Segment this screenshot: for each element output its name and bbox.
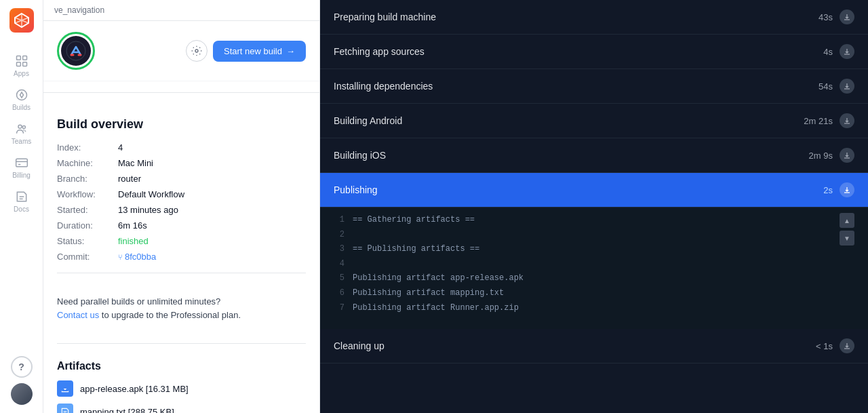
duration-value: 6m 16s [118, 220, 147, 231]
contact-us-link[interactable]: Contact us [57, 310, 99, 320]
step-duration-building-ios: 2m 9s [809, 151, 833, 161]
artifact-txt[interactable]: mapping.txt [288.75 KB] [57, 404, 306, 413]
build-step-installing[interactable]: Installing dependencies 54s [320, 69, 868, 104]
download-icon-preparing[interactable] [840, 9, 854, 24]
build-step-preparing[interactable]: Preparing build machine 43s [320, 0, 868, 35]
build-steps-list: Preparing build machine 43s Fetching app… [320, 0, 868, 208]
log-line-content: == Publishing artifacts == [353, 242, 479, 257]
status-badge: finished [118, 236, 149, 246]
artifact-apk-name: app-release.apk [16.31 MB] [80, 384, 189, 394]
start-new-build-button[interactable]: Start new build → [213, 41, 306, 62]
log-line: 5 Publishing artifact app-release.apk [334, 271, 854, 286]
commit-link[interactable]: ⑂ 8fc0bba [118, 252, 156, 262]
build-overview-title: Build overview [57, 117, 306, 132]
build-step-building-android[interactable]: Building Android 2m 21s [320, 104, 868, 138]
log-line-content: Publishing artifact mapping.txt [353, 286, 504, 301]
build-step-building-ios[interactable]: Building iOS 2m 9s [320, 138, 868, 173]
step-duration-publishing: 2s [823, 185, 833, 195]
log-line: 2 [334, 228, 854, 243]
svg-point-7 [22, 125, 25, 128]
step-duration-cleaning: < 1s [816, 341, 833, 351]
sidebar-item-teams[interactable]: Teams [0, 117, 43, 151]
artifact-apk[interactable]: app-release.apk [16.31 MB] [57, 380, 306, 397]
git-icon: ⑂ [118, 253, 123, 261]
log-container: ▲ ▼ 1 == Gathering artifacts == 2 3 == P… [320, 208, 868, 329]
sidebar-item-builds-label: Builds [12, 104, 31, 111]
download-icon-fetching[interactable] [840, 44, 854, 59]
duration-label: Duration: [57, 220, 118, 231]
svg-rect-4 [22, 62, 26, 66]
build-info-started: Started: 13 minutes ago [57, 205, 306, 215]
svg-point-6 [18, 125, 22, 128]
status-label: Status: [57, 236, 118, 246]
log-output: 1 == Gathering artifacts == 2 3 == Publi… [320, 208, 868, 329]
log-line-number: 5 [334, 271, 344, 286]
build-info-index: Index: 4 [57, 142, 306, 153]
download-icon-installing[interactable] [840, 79, 854, 94]
log-line-number: 6 [334, 286, 344, 301]
step-name-fetching: Fetching app sources [334, 46, 823, 57]
upgrade-text: Need parallel builds or unlimited minute… [57, 295, 306, 321]
header-actions: Start new build → [186, 40, 306, 62]
download-icon-cleaning[interactable] [840, 338, 854, 353]
help-button[interactable]: ? [11, 356, 33, 378]
artifacts-title: Artifacts [57, 360, 306, 372]
avatar[interactable] [11, 383, 33, 405]
index-value: 4 [118, 142, 123, 153]
commit-hash: 8fc0bba [125, 252, 156, 262]
sidebar-item-billing[interactable]: Billing [0, 151, 43, 184]
build-logo-ring [57, 32, 95, 70]
workflow-value: Default Workflow [118, 189, 184, 199]
upgrade-section: Need parallel builds or unlimited minute… [57, 284, 306, 332]
build-step-publishing[interactable]: Publishing 2s [320, 173, 868, 208]
step-name-cleaning: Cleaning up [334, 340, 816, 351]
machine-value: Mac Mini [118, 158, 153, 168]
download-icon-building-android[interactable] [840, 113, 854, 128]
svg-point-13 [66, 41, 85, 60]
started-value: 13 minutes ago [118, 205, 178, 215]
left-panel: ve_navigation [43, 0, 320, 413]
log-line-number: 2 [334, 228, 344, 243]
left-panel-content: Build overview Index: 4 Machine: Mac Min… [43, 104, 319, 413]
scroll-down-button[interactable]: ▼ [840, 231, 854, 245]
log-line-number: 3 [334, 242, 344, 257]
commit-label: Commit: [57, 252, 118, 262]
build-info-machine: Machine: Mac Mini [57, 158, 306, 168]
svg-rect-2 [22, 56, 26, 60]
branch-value: router [118, 174, 141, 184]
log-line: 6 Publishing artifact mapping.txt [334, 286, 854, 301]
artifact-txt-name: mapping.txt [288.75 KB] [80, 407, 174, 414]
txt-icon [57, 404, 73, 413]
sidebar-item-teams-label: Teams [12, 138, 31, 145]
settings-button[interactable] [186, 40, 208, 62]
sidebar-item-docs[interactable]: Docs [0, 184, 43, 218]
svg-rect-1 [16, 56, 20, 60]
download-icon-publishing[interactable] [840, 182, 854, 197]
branch-label: Branch: [57, 174, 118, 184]
build-info-workflow: Workflow: Default Workflow [57, 189, 306, 199]
build-step-fetching[interactable]: Fetching app sources 4s [320, 35, 868, 69]
log-line-content: Publishing artifact Runner.app.zip [353, 301, 519, 316]
build-step-cleaning[interactable]: Cleaning up < 1s [320, 329, 868, 363]
step-duration-preparing: 43s [818, 12, 833, 22]
sidebar-item-builds[interactable]: Builds [0, 83, 43, 117]
right-panel: Preparing build machine 43s Fetching app… [320, 0, 868, 413]
build-logo-inner [61, 36, 91, 66]
log-line: 7 Publishing artifact Runner.app.zip [334, 301, 854, 316]
build-info-duration: Duration: 6m 16s [57, 220, 306, 231]
step-name-building-android: Building Android [334, 115, 804, 126]
sidebar: Apps Builds Teams Billing Docs [0, 0, 43, 413]
step-duration-fetching: 4s [823, 47, 833, 57]
artifacts-section: Artifacts app-release.apk [16.31 MB] [57, 355, 306, 413]
cleaning-step-container: Cleaning up < 1s [320, 329, 868, 363]
download-icon-building-ios[interactable] [840, 148, 854, 163]
scroll-up-button[interactable]: ▲ [840, 213, 854, 228]
log-line-content: == Gathering artifacts == [353, 213, 475, 228]
log-line-number: 4 [334, 257, 344, 272]
sidebar-item-apps-label: Apps [14, 70, 29, 77]
step-duration-building-android: 2m 21s [804, 116, 833, 126]
sidebar-item-apps[interactable]: Apps [0, 49, 43, 83]
step-name-preparing: Preparing build machine [334, 12, 818, 22]
app-logo[interactable] [9, 8, 34, 33]
log-line: 4 [334, 257, 854, 272]
